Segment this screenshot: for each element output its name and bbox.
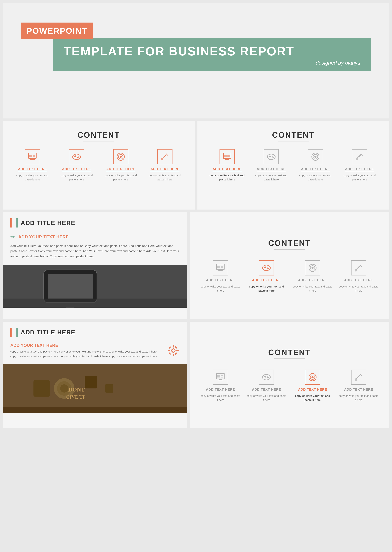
gamepad-icon-4-gray [259, 370, 274, 385]
svg-rect-86 [217, 375, 220, 377]
svg-point-6 [73, 154, 81, 160]
text-section-1: ✏ ADD YOUR TEXT HERE Add Your Text Here.… [3, 231, 187, 263]
monitor-icon-4-gray [213, 370, 228, 385]
icon-item-3-3: ADD TEXT HERE copy or write your text an… [292, 260, 333, 293]
svg-rect-21 [225, 159, 229, 160]
slide4-title: ADD TITLE HERE [21, 329, 75, 336]
icon-item-1-3: ADD TEXT HERE copy or write your text an… [101, 149, 140, 182]
slide-cover: POWERPOINT TEMPLATE FOR BUSINESS REPORT … [3, 3, 389, 119]
svg-rect-85 [218, 380, 223, 380]
gear-icon-orange [167, 343, 180, 360]
icon-item-2-2: ADD TEXT HERE copy or write your text an… [252, 149, 291, 182]
svg-rect-4 [33, 155, 35, 156]
svg-point-14 [120, 156, 122, 158]
svg-rect-65 [173, 354, 174, 356]
svg-rect-47 [221, 266, 223, 267]
svg-point-94 [267, 377, 268, 378]
svg-point-61 [355, 269, 357, 271]
svg-rect-64 [173, 345, 174, 347]
icon-desc-1-1: copy or write your text and paste it her… [13, 173, 52, 182]
svg-point-11 [77, 157, 78, 158]
svg-rect-88 [221, 377, 223, 377]
svg-point-49 [262, 265, 270, 271]
icon-item-3-4: ADD TEXT HERE copy or write your text an… [338, 260, 379, 293]
svg-point-76 [60, 384, 68, 393]
svg-rect-1 [31, 158, 34, 159]
icon-desc-3-3: copy or write your text and paste it her… [292, 285, 333, 293]
svg-rect-87 [221, 375, 223, 376]
svg-point-30 [272, 157, 273, 158]
subtitle: designed by qianyu [64, 60, 360, 66]
svg-point-18 [161, 158, 163, 160]
icon-desc-4-4: copy or write your text and paste it her… [338, 394, 379, 402]
svg-point-37 [356, 158, 358, 160]
svg-rect-68 [168, 346, 171, 349]
icon-label-4-3: ADD TEXT HERE [298, 388, 327, 392]
icons-row-2: ADD TEXT HERE copy or write your text an… [205, 149, 382, 182]
accent-bar-1 [10, 218, 12, 227]
icon-item-4-2: ADD TEXT HERE copy or write your text an… [246, 370, 287, 402]
left-text-block: ADD YOUR TEXT HERE copy or write your te… [10, 343, 163, 360]
slide-row-3: ADD TITLE HERE ADD YOUR TEXT HERE copy o… [3, 322, 389, 428]
wood-image: DONT GIVE UP [3, 364, 187, 413]
svg-point-57 [311, 267, 314, 269]
accent-bar-2 [10, 328, 12, 337]
content-title-4: CONTENT [197, 348, 382, 357]
main-title: TEMPLATE FOR BUSINESS REPORT [64, 45, 360, 58]
powerpoint-badge: POWERPOINT [21, 22, 93, 39]
title-bar-1: ADD TITLE HERE [3, 212, 187, 231]
svg-point-97 [311, 376, 314, 378]
svg-rect-66 [168, 350, 170, 351]
svg-line-34 [361, 154, 363, 156]
svg-rect-71 [168, 352, 171, 355]
eyedropper-icon-2-gray [352, 149, 367, 164]
svg-rect-3 [29, 155, 32, 157]
svg-rect-23 [227, 155, 230, 156]
svg-rect-2 [30, 159, 35, 160]
slide-title-left-1: ADD TITLE HERE ✏ ADD YOUR TEXT HERE Add … [3, 212, 187, 319]
slide-row-2: ADD TITLE HERE ✏ ADD YOUR TEXT HERE Add … [3, 212, 389, 319]
icon-desc-4-1: copy or write your text and paste it her… [200, 394, 241, 402]
svg-rect-80 [3, 407, 187, 413]
icon-label-4-1: ADD TEXT HERE [206, 388, 235, 392]
svg-point-9 [78, 156, 78, 157]
svg-rect-67 [176, 350, 179, 351]
icon-desc-3-1: copy or write your text and paste it her… [200, 285, 241, 293]
svg-rect-8 [75, 156, 76, 157]
icon-item-2-1: ADD TEXT HERE copy or write your text an… [208, 149, 246, 182]
monitor-icon-1 [25, 149, 40, 164]
svg-point-52 [267, 267, 268, 268]
svg-text:DONT: DONT [68, 386, 85, 393]
slide-title-left-2: ADD TITLE HERE ADD YOUR TEXT HERE copy o… [3, 322, 187, 428]
accent-bar-1b [16, 218, 18, 227]
icon-label-4-2: ADD TEXT HERE [252, 388, 281, 392]
content-title-2: CONTENT [205, 130, 382, 140]
svg-rect-45 [218, 270, 223, 271]
slide-content-left-1: CONTENT ADD TEXT HERE [3, 121, 195, 210]
svg-rect-16 [163, 154, 167, 157]
phone-image [3, 265, 187, 308]
svg-point-63 [172, 349, 175, 352]
icon-desc-2-2: copy or write your text and paste it her… [252, 173, 291, 182]
icon-desc-2-3: copy or write your text and paste it her… [296, 173, 335, 182]
icon-item-3-1: ADD TEXT HERE copy or write your text an… [200, 260, 241, 293]
body-text-2: copy or write your text and paste it her… [10, 349, 163, 359]
svg-text:GIVE UP: GIVE UP [66, 394, 85, 400]
icon-item-4-4: ADD TEXT HERE copy or write your text an… [338, 370, 379, 402]
svg-rect-51 [265, 267, 266, 268]
svg-rect-79 [105, 384, 113, 393]
slide-content-right-2: CONTENT ADD TEXT HERE [190, 212, 389, 319]
svg-point-92 [267, 376, 268, 377]
icon-label-1-4: ADD TEXT HERE [150, 167, 179, 172]
icon-label-2-1: ADD TEXT HERE [212, 167, 241, 172]
svg-point-54 [267, 268, 268, 269]
title-banner: TEMPLATE FOR BUSINESS REPORT designed by… [53, 38, 371, 71]
icon-desc-1-4: copy or write your text and paste it her… [146, 173, 184, 182]
page: POWERPOINT TEMPLATE FOR BUSINESS REPORT … [0, 0, 392, 431]
content-underline-3 [274, 249, 305, 250]
gamepad-icon-2-gray [264, 149, 279, 164]
text-header-2: ADD YOUR TEXT HERE [10, 343, 163, 348]
text-header-1: ✏ ADD YOUR TEXT HERE [10, 234, 180, 240]
slide-row-1: CONTENT ADD TEXT HERE [3, 121, 389, 210]
svg-point-33 [314, 156, 316, 158]
